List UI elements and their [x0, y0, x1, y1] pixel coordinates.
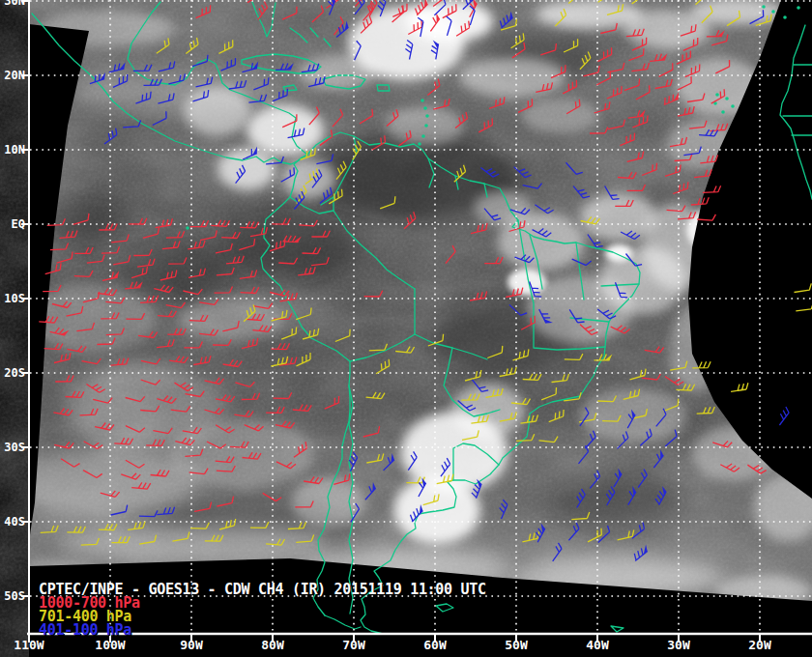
lon-label-110w: 110W: [8, 639, 50, 652]
lon-label-30w: 30W: [657, 639, 700, 652]
lat-label-20s: 20S: [0, 366, 25, 380]
lat-label-30s: 30S: [0, 441, 25, 454]
lat-label-eq: EQ: [0, 217, 25, 231]
lon-label-20w: 20W: [739, 639, 781, 652]
lon-label-40w: 40W: [576, 639, 619, 652]
lat-label-10n: 10N: [0, 143, 25, 157]
lon-label-80w: 80W: [251, 639, 294, 652]
lat-label-30n: 30N: [0, 0, 25, 8]
lon-label-60w: 60W: [414, 639, 456, 652]
satellite-wind-map: 30N20N10NEQ10S20S30S40S50S110W100W90W80W…: [0, 0, 812, 657]
lat-label-20n: 20N: [0, 69, 25, 82]
lat-label-10s: 10S: [0, 292, 25, 305]
lon-label-70w: 70W: [333, 639, 375, 652]
lon-label-50w: 50W: [495, 639, 537, 652]
lat-label-40s: 40S: [0, 515, 25, 528]
legend-high-level: 401-100 hPa: [39, 621, 131, 639]
lon-label-90w: 90W: [170, 639, 213, 652]
lat-label-50s: 50S: [0, 589, 25, 603]
lon-label-100w: 100W: [89, 639, 131, 652]
satellite-map-canvas: [0, 0, 812, 657]
